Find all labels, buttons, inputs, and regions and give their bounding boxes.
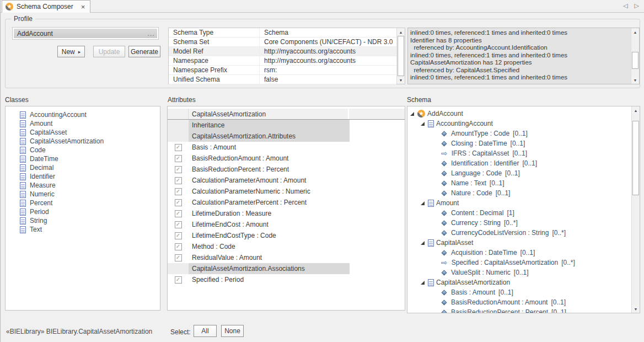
tab-scroll-right-icon[interactable]: ▷ [635, 2, 639, 9]
attribute-checkbox[interactable]: ✓ [175, 144, 182, 151]
schema-tree-node[interactable]: Currency : String[0..*] [407, 218, 631, 228]
tab-schema-composer[interactable]: ★ Schema Composer × [2, 0, 90, 13]
schema-tree-node[interactable]: CurrencyCodeListVersion : String[0..*] [407, 228, 631, 238]
class-list-item[interactable]: String [6, 216, 160, 225]
select-none-button[interactable]: None [221, 325, 244, 337]
attribute-checkbox[interactable]: ✓ [175, 243, 182, 250]
class-list-item[interactable]: DateTime [6, 154, 160, 163]
schema-tree-node[interactable]: AccountingAccount [407, 119, 631, 129]
tab-scroll-left-icon[interactable]: ◁ [623, 2, 627, 9]
tab-close-icon[interactable]: × [81, 3, 85, 11]
browse-button[interactable]: ... [145, 30, 157, 38]
scroll-down-icon[interactable]: ▼ [397, 76, 405, 84]
attribute-row[interactable]: ✓CalculationParameterPercent : Percent [168, 197, 405, 208]
class-list-item[interactable]: Percent [6, 199, 160, 207]
property-value[interactable]: http://myaccounts.org/accounts [259, 47, 396, 56]
attribute-checkbox[interactable]: ✓ [175, 177, 182, 184]
attribute-row[interactable]: ✓LifetimeEndCostType : Code [168, 230, 405, 241]
attribute-row[interactable]: ✓BasisReductionAmount : Amount [168, 153, 405, 164]
schema-tree-node[interactable]: Content : Decimal[1] [407, 208, 631, 218]
attribute-row[interactable]: ✓LifetimeDuration : Measure [168, 208, 405, 219]
schema-tree-node[interactable]: ⇨Specified : CapitalAssetAmortization[0.… [407, 258, 631, 268]
tree-node-cardinality: [0..1] [512, 149, 527, 157]
attribute-checkbox[interactable]: ✓ [175, 155, 182, 162]
attribute-checkbox[interactable]: ✓ [175, 166, 182, 173]
attribute-row[interactable]: ✓BasisReductionPercent : Percent [168, 164, 405, 175]
class-list-item[interactable]: AccountingAccount [6, 110, 160, 119]
attribute-checkbox[interactable]: ✓ [175, 199, 182, 206]
class-list-item[interactable]: Identifier [6, 172, 160, 181]
attribute-row[interactable]: ✓Method : Code [168, 241, 405, 252]
property-value[interactable]: http://myaccounts.org/accounts [259, 56, 396, 65]
class-list-item[interactable]: Code [6, 146, 160, 154]
attribute-checkbox[interactable]: ✓ [175, 232, 182, 239]
class-list-item[interactable]: CapitalAssetAmortization [6, 137, 160, 146]
attribute-checkbox[interactable]: ✓ [175, 254, 182, 261]
attribute-checkbox[interactable]: ✓ [175, 210, 182, 217]
attribute-row[interactable]: ✓LifetimeEndCost : Amount [168, 219, 405, 230]
attribute-row[interactable]: ✓CalculationParameterAmount : Amount [168, 175, 405, 186]
scroll-down-icon[interactable]: ▼ [632, 305, 640, 313]
attribute-checkbox[interactable]: ✓ [175, 276, 182, 284]
scrollbar-thumb[interactable] [632, 121, 639, 195]
schema-tree-node[interactable]: CapitalAsset [407, 238, 631, 248]
property-row: Model Refhttp://myaccounts.org/accounts [169, 47, 396, 56]
class-list-item[interactable]: Amount [6, 119, 160, 128]
schema-tree-node[interactable]: Amount [407, 198, 631, 208]
scroll-down-icon[interactable]: ▼ [631, 76, 639, 84]
attribute-checkbox[interactable]: ✓ [175, 221, 182, 228]
expander-icon[interactable] [421, 201, 425, 205]
schema-tree-node[interactable]: Basis : Amount[0..1] [407, 287, 631, 297]
property-value[interactable]: Schema [259, 28, 396, 37]
attribute-checkbox[interactable]: ✓ [175, 188, 182, 195]
schema-tree-node[interactable]: AmountType : Code[0..1] [407, 129, 631, 138]
schema-tree-node[interactable]: Nature : Code[0..1] [407, 188, 631, 198]
schema-tree-node[interactable]: Language : Code[0..1] [407, 168, 631, 178]
schema-tree-node[interactable]: ⇨IFRS : CapitalAsset[0..1] [407, 148, 631, 158]
attribute-row[interactable]: ✓Specified : Period [168, 274, 405, 285]
scroll-up-icon[interactable]: ▲ [632, 106, 640, 114]
profile-name-field[interactable]: AddAccount ... [12, 27, 159, 40]
scroll-up-icon[interactable]: ▲ [631, 28, 639, 36]
expander-icon[interactable] [421, 241, 425, 245]
schema-tree-node[interactable]: BasisReductionAmount : Amount[0..1] [407, 297, 631, 307]
schema-tree-node[interactable]: ValueSplit : Numeric[0..1] [407, 268, 631, 277]
class-icon [20, 111, 26, 119]
schema-tree-node[interactable]: Acquisition : DateTime[0..1] [407, 248, 631, 258]
class-item-label: CapitalAssetAmortization [30, 137, 104, 145]
schema-tree-node[interactable]: Name : Text[0..1] [407, 178, 631, 188]
new-button[interactable]: New ▸ [57, 46, 85, 57]
class-list-item[interactable]: Period [6, 207, 160, 216]
attribute-label: BasisReductionAmount : Amount [189, 154, 288, 162]
scroll-up-icon[interactable]: ▲ [397, 28, 405, 36]
check-icon: ✓ [176, 244, 180, 249]
attribute-row[interactable]: ✓ResidualValue : Amount [168, 252, 405, 263]
expander-icon[interactable] [410, 112, 414, 116]
scrollbar-thumb[interactable] [632, 52, 638, 69]
property-value[interactable]: Core Components (UN/CEFACT) - NDR 3.0 [259, 38, 396, 46]
attribute-row[interactable]: ✓Basis : Amount [168, 142, 405, 153]
select-all-button[interactable]: All [194, 325, 217, 337]
update-button[interactable]: Update [93, 46, 125, 57]
properties-scrollbar: ▲ ▼ [396, 28, 405, 84]
generate-button[interactable]: Generate [128, 46, 160, 57]
tree-node-cardinality: [0..1] [551, 308, 566, 313]
expander-icon[interactable] [421, 122, 425, 126]
schema-tree-node[interactable]: Closing : DateTime[0..1] [407, 138, 631, 148]
attribute-row[interactable]: ✓CalculationParameterNumeric : Numeric [168, 186, 405, 197]
class-list-item[interactable]: Measure [6, 181, 160, 190]
class-list-item[interactable]: Numeric [6, 190, 160, 199]
attribute-icon [442, 309, 447, 313]
scrollbar-thumb[interactable] [398, 36, 404, 76]
property-value[interactable]: false [259, 75, 396, 84]
class-list-item[interactable]: Decimal [6, 163, 160, 172]
schema-tree-node[interactable]: CapitalAssetAmortization [407, 277, 631, 287]
schema-tree-node[interactable]: ★AddAccount [407, 109, 631, 119]
schema-tree-node[interactable]: Identification : Identifier[0..1] [407, 158, 631, 168]
class-list-item[interactable]: CapitalAsset [6, 128, 160, 137]
expander-icon[interactable] [421, 281, 425, 285]
schema-tree-node[interactable]: BasisReductionPercent : Percent[0..1] [407, 307, 631, 313]
property-value[interactable]: rsm: [259, 66, 396, 74]
attribute-icon [442, 170, 447, 176]
class-list-item[interactable]: Text [6, 225, 160, 234]
